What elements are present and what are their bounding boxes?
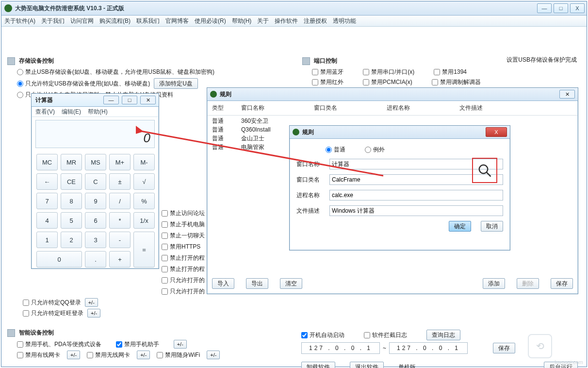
smart-pm3[interactable]: +/- — [137, 351, 150, 359]
calc-key[interactable]: . — [85, 251, 106, 268]
ip-to[interactable]: 127 . 0 . 0 . 1 — [389, 342, 468, 354]
port-check[interactable]: 禁用1394 — [434, 68, 467, 76]
net-check[interactable]: 禁止访问论坛 — [162, 209, 205, 217]
calc-menu-item[interactable]: 查看(V) — [35, 108, 55, 116]
calc-key[interactable]: √ — [133, 173, 155, 190]
calc-key[interactable]: CE — [61, 173, 82, 190]
ww-pm-button[interactable]: +/- — [87, 309, 100, 318]
net-check[interactable]: 禁止手机电脑 — [162, 220, 205, 229]
query-log-button[interactable]: 查询日志 — [426, 330, 460, 340]
exit-button[interactable]: 退出软件 — [350, 362, 384, 368]
add-usb-button[interactable]: 添加特定U盘 — [154, 78, 198, 89]
menu-item[interactable]: 透明功能 — [333, 17, 356, 25]
calc-key[interactable]: 3 — [85, 232, 106, 248]
maximize-button[interactable]: □ — [554, 3, 568, 13]
rule-ok-button[interactable]: 确定 — [449, 221, 471, 232]
menu-item[interactable]: 联系我们 — [136, 17, 160, 25]
rule-cancel-button[interactable]: 取消 — [481, 221, 503, 232]
calc-key[interactable]: 6 — [85, 212, 106, 229]
calc-key[interactable]: MS — [85, 154, 106, 170]
calc-key[interactable]: = — [133, 232, 155, 268]
log-check[interactable]: 软件拦截日志 — [364, 331, 407, 339]
rules-add-button[interactable]: 添加 — [483, 278, 505, 289]
menu-item[interactable]: 注册授权 — [304, 17, 327, 25]
calc-key[interactable]: 8 — [61, 193, 82, 209]
menu-item[interactable]: 使用必读(R) — [195, 17, 226, 25]
ip-save-button[interactable]: 保存 — [493, 343, 515, 353]
net-check[interactable]: 只允许打开的 — [162, 287, 205, 296]
storage-opt2[interactable]: 只允许特定USB存储设备使用(如U盘、移动硬盘) — [17, 80, 150, 88]
calc-key[interactable]: ← — [36, 173, 58, 190]
net-check[interactable]: 禁用HTTPS — [162, 243, 200, 251]
menu-item[interactable]: 操作软件 — [275, 17, 298, 25]
calc-key[interactable]: M+ — [109, 154, 131, 170]
calc-key[interactable]: 7 — [36, 193, 58, 209]
calc-key[interactable]: MC — [36, 154, 58, 170]
net-check[interactable]: 禁止打开的程 — [162, 265, 205, 273]
menu-item[interactable]: 访问官网 — [70, 17, 94, 25]
smart-pm4[interactable]: +/- — [207, 351, 220, 359]
minimize-button[interactable]: — — [537, 3, 552, 13]
calc-key[interactable]: M- — [133, 154, 155, 170]
qq-only-check[interactable]: 只允许特定QQ登录 — [23, 299, 81, 307]
calc-key[interactable]: 1 — [36, 232, 58, 248]
calc-menu-item[interactable]: 帮助(H) — [88, 108, 108, 116]
smart-wlan-check[interactable]: 禁用无线网卡 — [87, 351, 130, 359]
smart-pm1[interactable]: +/- — [174, 340, 187, 349]
input-proc[interactable] — [329, 190, 503, 201]
calc-key[interactable]: + — [109, 251, 131, 268]
calc-max-button[interactable]: □ — [122, 96, 137, 104]
calc-min-button[interactable]: — — [103, 96, 119, 104]
rules-export-button[interactable]: 导出 — [246, 278, 268, 289]
smart-pda-check[interactable]: 禁用手机、PDA等便携式设备 — [17, 340, 101, 349]
calc-menu-item[interactable]: 编辑(E) — [62, 108, 81, 116]
rule-type-normal[interactable]: 普通 — [326, 146, 345, 154]
rules-row[interactable]: 普通360安全卫 — [212, 117, 573, 125]
ww-only-check[interactable]: 只允许特定旺旺登录 — [23, 309, 83, 318]
port-check[interactable]: 禁用串口/并口(x) — [363, 68, 414, 76]
rule-type-except[interactable]: 例外 — [365, 146, 385, 154]
net-check[interactable]: 禁止一切聊天 — [162, 232, 205, 240]
calc-key[interactable]: * — [109, 212, 131, 229]
menu-item[interactable]: 关于软件(A) — [4, 17, 35, 25]
storage-opt1[interactable]: 禁止USB存储设备(如U盘、移动硬盘，允许使用USB鼠标、键盘和加密狗) — [17, 68, 214, 76]
calc-key[interactable]: % — [133, 193, 155, 209]
menu-item[interactable]: 关于我们 — [41, 17, 65, 25]
magnifier-highlight[interactable] — [472, 158, 497, 183]
smart-lan-check[interactable]: 禁用有线网卡 — [17, 351, 60, 359]
rules-close-button[interactable]: ✕ — [559, 90, 575, 99]
port-check[interactable]: 禁用PCMCIA(x) — [363, 78, 412, 86]
calc-key[interactable]: - — [109, 232, 131, 248]
calc-key[interactable]: 1/x — [133, 212, 155, 229]
calc-key[interactable]: MR — [61, 154, 82, 170]
calc-key[interactable]: ± — [109, 173, 131, 190]
rule-edit-close-button[interactable]: X — [486, 127, 507, 137]
smart-pm2[interactable]: +/- — [67, 351, 80, 359]
rules-save-button[interactable]: 保存 — [551, 278, 573, 289]
close-button[interactable]: X — [570, 3, 585, 13]
calc-key[interactable]: 9 — [85, 193, 106, 209]
autostart-check[interactable]: 开机自动启动 — [301, 331, 344, 339]
port-check[interactable]: 禁用蓝牙 — [312, 68, 343, 76]
calc-key[interactable]: / — [109, 193, 131, 209]
qq-pm-button[interactable]: +/- — [85, 298, 98, 307]
rules-delete-button[interactable]: 删除 — [517, 278, 539, 289]
calc-close-button[interactable]: ✕ — [140, 96, 156, 104]
input-desc[interactable] — [329, 205, 503, 216]
calc-key[interactable]: 0 — [36, 251, 82, 268]
ip-from[interactable]: 127 . 0 . 0 . 1 — [301, 342, 380, 354]
port-check[interactable]: 禁用红外 — [312, 78, 343, 86]
menu-item[interactable]: 购买流程(B) — [99, 17, 131, 25]
net-check[interactable]: 禁止打开的程 — [162, 254, 205, 262]
port-check[interactable]: 禁用调制解调器 — [432, 78, 481, 86]
net-check[interactable]: 只允许打开的 — [162, 276, 205, 284]
rules-import-button[interactable]: 导入 — [212, 278, 234, 289]
rules-clear-button[interactable]: 清空 — [280, 278, 302, 289]
smart-assist-check[interactable]: 禁用手机助手 — [116, 340, 159, 349]
calc-key[interactable]: C — [85, 173, 106, 190]
calc-key[interactable]: 4 — [36, 212, 58, 229]
menu-item[interactable]: 官网博客 — [165, 17, 189, 25]
menu-item[interactable]: 帮助(H) — [232, 17, 252, 25]
calc-key[interactable]: 5 — [61, 212, 82, 229]
uninstall-button[interactable]: 卸载软件 — [301, 362, 335, 368]
